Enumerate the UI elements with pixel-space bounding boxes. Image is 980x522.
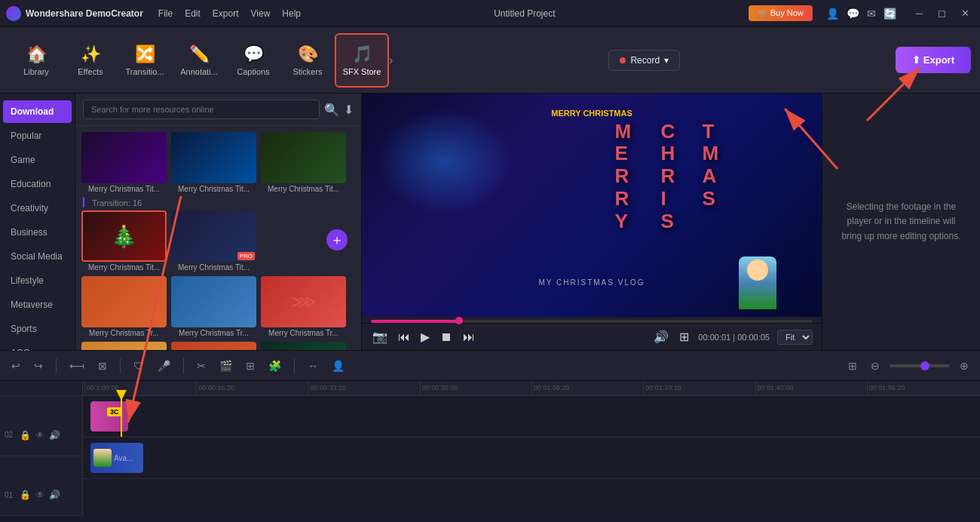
fit-select[interactable]: Fit — [777, 330, 813, 345]
thumbnail-9[interactable]: ⋙ — [261, 276, 346, 327]
sidebar-item-popular[interactable]: Popular — [3, 124, 72, 147]
list-item[interactable]: 🎄 Merry Christmas Tit... — [81, 210, 167, 272]
thumbnail-3[interactable] — [261, 132, 346, 183]
menu-help[interactable]: Help — [282, 8, 301, 19]
overlay-button[interactable]: 🎬 — [216, 358, 236, 374]
thumbnail-4[interactable]: 🎄 — [81, 210, 167, 262]
list-item[interactable]: Merry Christmas Tr... — [81, 276, 167, 337]
sidebar-item-social-media[interactable]: Social Media — [3, 245, 72, 268]
toolbar-captions[interactable]: 💬 Captions — [226, 33, 280, 88]
avatar-button[interactable]: 👤 — [328, 358, 348, 374]
thumbnail-11[interactable] — [171, 342, 256, 350]
cut-button[interactable]: ✂ — [193, 358, 210, 374]
search-input[interactable] — [83, 100, 320, 119]
message-icon[interactable]: 💬 — [847, 8, 859, 20]
prev-frame-button[interactable]: ⏮ — [397, 329, 412, 345]
playhead[interactable]: 3C — [121, 396, 122, 437]
buy-now-button[interactable]: 🛒 Buy Now — [749, 5, 813, 21]
separator3 — [183, 358, 184, 373]
screenshot-button[interactable]: 📷 — [371, 328, 389, 345]
thumbnail-2[interactable] — [171, 132, 256, 183]
track-audio-button-01[interactable]: 🔊 — [49, 490, 60, 500]
sidebar-item-business[interactable]: Business — [3, 221, 72, 244]
toolbar-effects[interactable]: ✨ Effects — [63, 33, 118, 88]
sidebar-item-creativity[interactable]: Creativity — [3, 197, 72, 220]
user-icon[interactable]: 👤 — [826, 8, 839, 20]
progress-bar[interactable] — [371, 320, 813, 323]
expand-timeline-button[interactable]: ⊞ — [844, 358, 861, 374]
zoom-slider[interactable] — [890, 364, 950, 367]
export-button[interactable]: ⬆ Export — [896, 47, 971, 73]
list-item[interactable]: Merry Christmas Tit... — [261, 132, 346, 193]
list-item[interactable]: Merry Christmas Tit... — [171, 132, 256, 193]
toolbar-library[interactable]: 🏠 Library — [9, 33, 63, 88]
mail-icon[interactable]: ✉ — [867, 8, 876, 20]
menu-file[interactable]: File — [158, 8, 173, 19]
split-button[interactable]: ⟻ — [66, 358, 88, 374]
add-plus-button[interactable]: ＋ — [326, 229, 348, 250]
sidebar-item-sports[interactable]: Sports — [3, 318, 72, 340]
mic-button[interactable]: 🎤 — [154, 358, 174, 374]
menu-edit[interactable]: Edit — [185, 8, 201, 19]
close-button[interactable]: ✕ — [957, 6, 974, 20]
track-clip-pink[interactable] — [90, 401, 128, 431]
delete-button[interactable]: ⊠ — [94, 358, 111, 374]
update-icon[interactable]: 🔄 — [884, 8, 896, 20]
stickers-label: Stickers — [292, 67, 322, 76]
thumbnail-1[interactable] — [81, 132, 167, 183]
titlebar-actions: 🛒 Buy Now 👤 💬 ✉ 🔄 ─ ◻ ✕ — [749, 5, 974, 21]
volume-button[interactable]: 🔊 — [652, 328, 670, 345]
next-frame-button[interactable]: ⏭ — [461, 329, 476, 345]
thumbnail-10[interactable] — [81, 342, 167, 350]
toolbar-sfx-store[interactable]: 🎵 SFX Store — [335, 33, 389, 88]
track-lock-button-01[interactable]: 🔒 — [20, 490, 31, 500]
toolbar-transitions[interactable]: 🔀 Transitio... — [118, 33, 172, 88]
effects-tl-button[interactable]: 🧩 — [265, 358, 285, 374]
record-button[interactable]: Record ▾ — [608, 50, 680, 71]
sidebar-item-lifestyle[interactable]: Lifestyle — [3, 269, 72, 292]
menu-export[interactable]: Export — [213, 8, 239, 19]
record-dropdown-icon: ▾ — [664, 55, 669, 66]
sidebar-item-game[interactable]: Game — [3, 149, 72, 171]
menu-view[interactable]: View — [251, 8, 271, 19]
ruler-mark-2: 00:00:33:10 — [308, 381, 420, 395]
download-resources-button[interactable]: ⬇ — [344, 103, 354, 117]
sidebar-item-education[interactable]: Education — [3, 173, 72, 195]
search-button[interactable]: 🔍 — [324, 103, 339, 117]
fit-timeline-button[interactable]: ↔ — [304, 358, 322, 374]
progress-handle[interactable] — [455, 317, 463, 324]
sidebar-item-download[interactable]: Download — [3, 100, 72, 123]
track-lock-button-02[interactable]: 🔒 — [20, 430, 31, 441]
sidebar-item-metaverse[interactable]: Metaverse — [3, 293, 72, 316]
play-button[interactable]: ▶ — [419, 328, 431, 345]
track-eye-button-01[interactable]: 👁 — [35, 490, 44, 500]
toolbar-annotations[interactable]: ✏️ Annotati... — [172, 33, 226, 88]
maximize-button[interactable]: ◻ — [933, 6, 951, 20]
thumbnail-7[interactable] — [81, 276, 167, 327]
thumbnail-12[interactable] — [261, 342, 346, 350]
list-item[interactable]: Merry Christmas Tit... — [81, 132, 167, 193]
list-item[interactable]: ⋙ Merry Christmas Tr... — [261, 276, 346, 337]
track-eye-button-02[interactable]: 👁 — [35, 430, 44, 441]
stop-button[interactable]: ⏹ — [439, 329, 454, 345]
zoom-in-button[interactable]: ⊕ — [956, 358, 972, 374]
category-sidebar: Download Popular Game Education Creativi… — [0, 94, 75, 350]
list-item[interactable]: Merry Christmas Tr... — [171, 342, 256, 350]
ruler-mark-7: 00:01:56:20 — [867, 381, 978, 395]
protect-button[interactable]: 🛡 — [130, 358, 148, 374]
thumbnail-8[interactable] — [171, 276, 256, 327]
aspect-ratio-button[interactable]: ⊞ — [678, 328, 691, 345]
thumbnail-5[interactable]: PRO — [171, 210, 256, 262]
zoom-out-button[interactable]: ⊖ — [867, 358, 884, 374]
minimize-button[interactable]: ─ — [911, 6, 927, 20]
list-item[interactable]: Merry Christmas Tr... — [81, 342, 167, 350]
toolbar-stickers[interactable]: 🎨 Stickers — [280, 33, 335, 88]
grid-button[interactable]: ⊞ — [242, 358, 259, 374]
undo-button[interactable]: ↩ — [8, 358, 24, 374]
list-item[interactable]: Merry Christmas Tr... — [171, 276, 256, 337]
list-item[interactable] — [261, 342, 346, 350]
track-audio-button-02[interactable]: 🔊 — [49, 430, 60, 441]
track-clip-avatar[interactable]: Ava... — [90, 443, 143, 473]
list-item[interactable]: PRO Merry Christmas Tit... — [171, 210, 256, 272]
redo-button[interactable]: ↪ — [30, 358, 47, 374]
